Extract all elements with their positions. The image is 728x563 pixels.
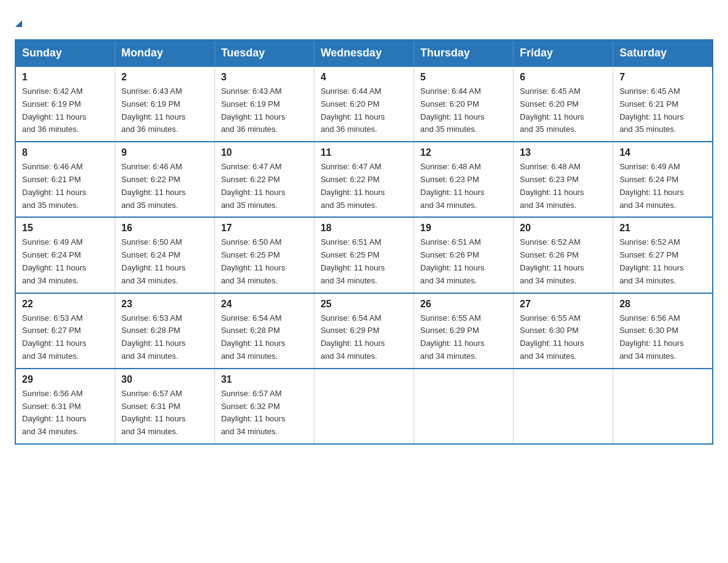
calendar-day-cell: 4Sunrise: 6:44 AMSunset: 6:20 PMDaylight…	[314, 66, 414, 142]
day-number: 15	[22, 223, 108, 234]
day-info: Sunrise: 6:53 AMSunset: 6:27 PMDaylight:…	[22, 312, 108, 363]
day-number: 27	[520, 299, 607, 310]
day-info: Sunrise: 6:44 AMSunset: 6:20 PMDaylight:…	[320, 85, 408, 136]
day-info: Sunrise: 6:43 AMSunset: 6:19 PMDaylight:…	[121, 85, 208, 136]
day-info: Sunrise: 6:49 AMSunset: 6:24 PMDaylight:…	[22, 236, 108, 287]
calendar-day-cell	[414, 369, 514, 444]
calendar-day-cell: 5Sunrise: 6:44 AMSunset: 6:20 PMDaylight…	[414, 66, 514, 142]
day-number: 30	[121, 374, 208, 385]
calendar-body: 1Sunrise: 6:42 AMSunset: 6:19 PMDaylight…	[15, 66, 713, 444]
calendar-day-cell: 15Sunrise: 6:49 AMSunset: 6:24 PMDayligh…	[15, 217, 115, 293]
calendar-day-cell: 22Sunrise: 6:53 AMSunset: 6:27 PMDayligh…	[15, 293, 115, 369]
day-info: Sunrise: 6:48 AMSunset: 6:23 PMDaylight:…	[420, 161, 507, 212]
day-number: 11	[320, 147, 408, 158]
weekday-header-friday: Friday	[514, 40, 613, 66]
day-info: Sunrise: 6:50 AMSunset: 6:24 PMDaylight:…	[121, 236, 208, 287]
day-number: 22	[22, 299, 108, 310]
day-info: Sunrise: 6:57 AMSunset: 6:32 PMDaylight:…	[221, 388, 308, 439]
day-info: Sunrise: 6:57 AMSunset: 6:31 PMDaylight:…	[121, 388, 208, 439]
logo	[15, 15, 22, 28]
day-number: 7	[620, 72, 706, 83]
logo-arrow-icon	[15, 13, 22, 27]
calendar-day-cell: 2Sunrise: 6:43 AMSunset: 6:19 PMDaylight…	[115, 66, 215, 142]
calendar-day-cell: 11Sunrise: 6:47 AMSunset: 6:22 PMDayligh…	[314, 142, 414, 217]
calendar-day-cell: 24Sunrise: 6:54 AMSunset: 6:28 PMDayligh…	[214, 293, 314, 369]
calendar-day-cell: 8Sunrise: 6:46 AMSunset: 6:21 PMDaylight…	[15, 142, 115, 217]
day-info: Sunrise: 6:52 AMSunset: 6:27 PMDaylight:…	[620, 236, 706, 287]
day-number: 25	[320, 299, 408, 310]
calendar-day-cell: 28Sunrise: 6:56 AMSunset: 6:30 PMDayligh…	[613, 293, 713, 369]
weekday-header-saturday: Saturday	[613, 40, 713, 66]
calendar-table: SundayMondayTuesdayWednesdayThursdayFrid…	[15, 39, 713, 445]
day-number: 6	[520, 72, 607, 83]
day-info: Sunrise: 6:51 AMSunset: 6:25 PMDaylight:…	[320, 236, 408, 287]
calendar-day-cell: 17Sunrise: 6:50 AMSunset: 6:25 PMDayligh…	[214, 217, 314, 293]
weekday-header-tuesday: Tuesday	[214, 40, 314, 66]
day-number: 1	[22, 72, 108, 83]
day-number: 23	[121, 299, 208, 310]
calendar-day-cell	[514, 369, 613, 444]
calendar-day-cell: 20Sunrise: 6:52 AMSunset: 6:26 PMDayligh…	[514, 217, 613, 293]
day-number: 18	[320, 223, 408, 234]
calendar-day-cell: 26Sunrise: 6:55 AMSunset: 6:29 PMDayligh…	[414, 293, 514, 369]
calendar-day-cell: 29Sunrise: 6:56 AMSunset: 6:31 PMDayligh…	[15, 369, 115, 444]
day-info: Sunrise: 6:45 AMSunset: 6:21 PMDaylight:…	[620, 85, 706, 136]
page-header	[15, 15, 713, 28]
day-number: 5	[420, 72, 507, 83]
day-info: Sunrise: 6:51 AMSunset: 6:26 PMDaylight:…	[420, 236, 507, 287]
day-info: Sunrise: 6:56 AMSunset: 6:31 PMDaylight:…	[22, 388, 108, 439]
day-info: Sunrise: 6:54 AMSunset: 6:28 PMDaylight:…	[221, 312, 308, 363]
day-number: 16	[121, 223, 208, 234]
day-info: Sunrise: 6:52 AMSunset: 6:26 PMDaylight:…	[520, 236, 607, 287]
calendar-day-cell	[314, 369, 414, 444]
calendar-day-cell: 13Sunrise: 6:48 AMSunset: 6:23 PMDayligh…	[514, 142, 613, 217]
day-info: Sunrise: 6:55 AMSunset: 6:30 PMDaylight:…	[520, 312, 607, 363]
day-number: 8	[22, 147, 108, 158]
day-info: Sunrise: 6:54 AMSunset: 6:29 PMDaylight:…	[320, 312, 408, 363]
day-number: 28	[620, 299, 706, 310]
calendar-day-cell: 27Sunrise: 6:55 AMSunset: 6:30 PMDayligh…	[514, 293, 613, 369]
day-info: Sunrise: 6:47 AMSunset: 6:22 PMDaylight:…	[221, 161, 308, 212]
calendar-day-cell: 12Sunrise: 6:48 AMSunset: 6:23 PMDayligh…	[414, 142, 514, 217]
day-number: 17	[221, 223, 308, 234]
calendar-week-row: 1Sunrise: 6:42 AMSunset: 6:19 PMDaylight…	[15, 66, 713, 142]
day-number: 21	[620, 223, 706, 234]
weekday-header-wednesday: Wednesday	[314, 40, 414, 66]
day-info: Sunrise: 6:50 AMSunset: 6:25 PMDaylight:…	[221, 236, 308, 287]
day-info: Sunrise: 6:46 AMSunset: 6:22 PMDaylight:…	[121, 161, 208, 212]
calendar-day-cell: 21Sunrise: 6:52 AMSunset: 6:27 PMDayligh…	[613, 217, 713, 293]
calendar-header: SundayMondayTuesdayWednesdayThursdayFrid…	[15, 40, 713, 66]
day-number: 14	[620, 147, 706, 158]
day-info: Sunrise: 6:44 AMSunset: 6:20 PMDaylight:…	[420, 85, 507, 136]
day-number: 3	[221, 72, 308, 83]
day-number: 29	[22, 374, 108, 385]
day-number: 4	[320, 72, 408, 83]
day-number: 19	[420, 223, 507, 234]
calendar-day-cell: 14Sunrise: 6:49 AMSunset: 6:24 PMDayligh…	[613, 142, 713, 217]
day-number: 10	[221, 147, 308, 158]
day-info: Sunrise: 6:55 AMSunset: 6:29 PMDaylight:…	[420, 312, 507, 363]
calendar-day-cell: 10Sunrise: 6:47 AMSunset: 6:22 PMDayligh…	[214, 142, 314, 217]
calendar-week-row: 22Sunrise: 6:53 AMSunset: 6:27 PMDayligh…	[15, 293, 713, 369]
weekday-header-sunday: Sunday	[15, 40, 115, 66]
day-info: Sunrise: 6:49 AMSunset: 6:24 PMDaylight:…	[620, 161, 706, 212]
day-number: 12	[420, 147, 507, 158]
calendar-day-cell: 1Sunrise: 6:42 AMSunset: 6:19 PMDaylight…	[15, 66, 115, 142]
day-number: 13	[520, 147, 607, 158]
calendar-day-cell: 23Sunrise: 6:53 AMSunset: 6:28 PMDayligh…	[115, 293, 215, 369]
day-info: Sunrise: 6:43 AMSunset: 6:19 PMDaylight:…	[221, 85, 308, 136]
day-info: Sunrise: 6:45 AMSunset: 6:20 PMDaylight:…	[520, 85, 607, 136]
weekday-header-monday: Monday	[115, 40, 215, 66]
calendar-day-cell: 30Sunrise: 6:57 AMSunset: 6:31 PMDayligh…	[115, 369, 215, 444]
weekday-header-row: SundayMondayTuesdayWednesdayThursdayFrid…	[15, 40, 713, 66]
calendar-day-cell: 19Sunrise: 6:51 AMSunset: 6:26 PMDayligh…	[414, 217, 514, 293]
calendar-day-cell: 6Sunrise: 6:45 AMSunset: 6:20 PMDaylight…	[514, 66, 613, 142]
calendar-day-cell: 3Sunrise: 6:43 AMSunset: 6:19 PMDaylight…	[214, 66, 314, 142]
calendar-week-row: 15Sunrise: 6:49 AMSunset: 6:24 PMDayligh…	[15, 217, 713, 293]
weekday-header-thursday: Thursday	[414, 40, 514, 66]
calendar-day-cell: 18Sunrise: 6:51 AMSunset: 6:25 PMDayligh…	[314, 217, 414, 293]
day-info: Sunrise: 6:42 AMSunset: 6:19 PMDaylight:…	[22, 85, 108, 136]
calendar-day-cell: 16Sunrise: 6:50 AMSunset: 6:24 PMDayligh…	[115, 217, 215, 293]
calendar-day-cell: 25Sunrise: 6:54 AMSunset: 6:29 PMDayligh…	[314, 293, 414, 369]
calendar-day-cell	[613, 369, 713, 444]
